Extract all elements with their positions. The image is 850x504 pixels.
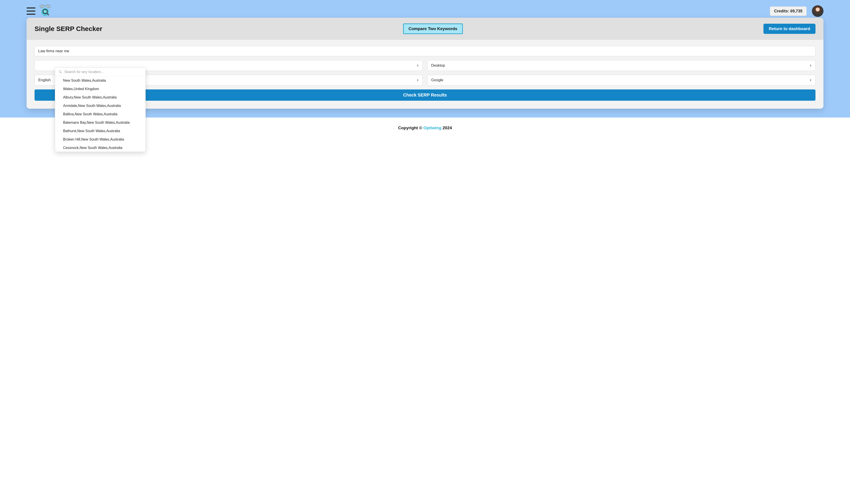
- chevron-updown-icon: ▲▼: [810, 79, 812, 82]
- location-dropdown: New South Wales,AustraliaWales,United Ki…: [55, 68, 146, 152]
- footer-brand-link[interactable]: Optiwing: [423, 126, 441, 130]
- location-option[interactable]: New South Wales,Australia: [55, 76, 145, 85]
- location-option[interactable]: Ballina,New South Wales,Australia: [55, 110, 145, 119]
- engine-selected-label: Google: [431, 78, 444, 82]
- location-option[interactable]: Wales,United Kingdom: [55, 85, 145, 93]
- chevron-updown-icon: ▲▼: [417, 64, 419, 67]
- check-serp-button[interactable]: Check SERP Results: [35, 89, 815, 101]
- footer-suffix: 2024: [441, 126, 452, 130]
- credits-label: Credits: 69,735: [774, 9, 802, 13]
- logo-icon: [38, 4, 52, 18]
- location-option[interactable]: Armidale,New South Wales,Australia: [55, 102, 145, 110]
- keyword-input[interactable]: [35, 46, 815, 56]
- compare-keywords-button[interactable]: Compare Two Keywords: [403, 23, 463, 34]
- main-card: Single SERP Checker Compare Two Keywords…: [26, 18, 824, 109]
- location-option[interactable]: Broken Hill,New South Wales,Australia: [55, 135, 145, 144]
- location-option[interactable]: Cessnock,New South Wales,Australia: [55, 144, 145, 151]
- avatar[interactable]: [812, 5, 824, 17]
- return-dashboard-button[interactable]: Return to dashboard: [763, 24, 815, 34]
- page-title: Single SERP Checker: [35, 25, 102, 33]
- location-option[interactable]: Albury,New South Wales,Australia: [55, 93, 145, 102]
- search-icon: [59, 70, 62, 74]
- topbar: Credits: 69,735: [0, 0, 850, 18]
- footer-prefix: Copyright ©: [398, 126, 423, 130]
- device-select[interactable]: Desktop ▲▼: [428, 60, 815, 71]
- chevron-updown-icon: ▲▼: [417, 79, 419, 82]
- svg-line-5: [61, 72, 62, 73]
- menu-hamburger-button[interactable]: [26, 7, 35, 15]
- location-search-input[interactable]: [65, 70, 142, 74]
- location-options-list: New South Wales,AustraliaWales,United Ki…: [55, 76, 145, 151]
- location-option[interactable]: Bathurst,New South Wales,Australia: [55, 127, 145, 135]
- credits-badge: Credits: 69,735: [770, 6, 807, 16]
- language-selected-label: English: [38, 78, 51, 82]
- chevron-updown-icon: ▲▼: [810, 64, 812, 67]
- svg-point-4: [59, 71, 61, 73]
- engine-select[interactable]: Google ▲▼: [428, 75, 815, 86]
- device-selected-label: Desktop: [431, 63, 445, 68]
- location-option[interactable]: Batemans Bay,New South Wales,Australia: [55, 119, 145, 127]
